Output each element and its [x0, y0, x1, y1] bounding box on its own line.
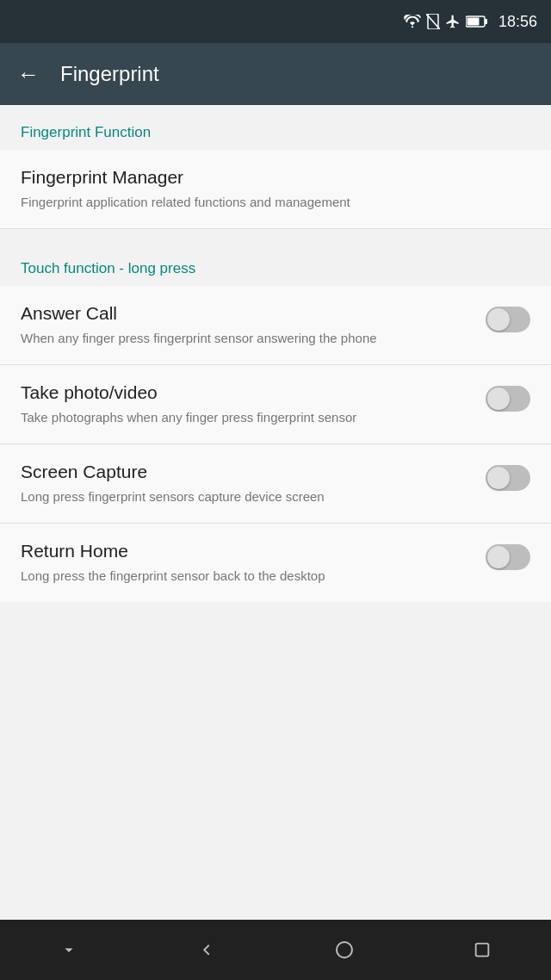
setting-desc-take-photo: Take photographs when any finger press f… [21, 408, 472, 426]
setting-screen-capture: Screen Capture Long press fingerprint se… [0, 444, 551, 524]
setting-text-answer-call: Answer Call When any finger press finger… [21, 303, 486, 347]
svg-point-5 [337, 942, 352, 958]
svg-rect-4 [467, 18, 479, 26]
nav-dropdown-button[interactable] [43, 924, 95, 976]
page-title: Fingerprint [60, 62, 159, 86]
setting-title-answer-call: Answer Call [21, 303, 472, 324]
section-header-touch-function: Touch function - long press [0, 241, 551, 286]
wifi-icon [404, 15, 421, 28]
battery-icon [466, 16, 488, 28]
setting-text-screen-capture: Screen Capture Long press fingerprint se… [21, 462, 486, 506]
setting-desc-screen-capture: Long press fingerprint sensors capture d… [21, 487, 472, 506]
setting-text-return-home: Return Home Long press the fingerprint s… [21, 541, 486, 585]
nav-recent-button[interactable] [456, 924, 508, 976]
setting-title-fingerprint-manager: Fingerprint Manager [21, 167, 517, 188]
toggle-take-photo[interactable] [486, 386, 530, 412]
sim-icon [426, 14, 440, 29]
svg-rect-3 [485, 19, 487, 24]
setting-answer-call: Answer Call When any finger press finger… [0, 286, 551, 365]
setting-text-fingerprint-manager: Fingerprint Manager Fingerprint applicat… [21, 167, 530, 211]
toggle-answer-call[interactable] [486, 307, 530, 332]
bottom-nav [0, 920, 551, 980]
setting-title-screen-capture: Screen Capture [21, 462, 472, 482]
toggle-screen-capture[interactable] [486, 465, 530, 491]
status-icons: 18:56 [404, 13, 537, 31]
setting-desc-return-home: Long press the fingerprint sensor back t… [21, 567, 472, 585]
airplane-icon [445, 14, 461, 29]
status-bar: 18:56 [0, 0, 551, 43]
setting-take-photo: Take photo/video Take photographs when a… [0, 365, 551, 444]
setting-title-return-home: Return Home [21, 541, 472, 561]
status-time: 18:56 [498, 13, 537, 31]
setting-title-take-photo: Take photo/video [21, 382, 472, 403]
svg-rect-6 [476, 944, 489, 957]
setting-return-home: Return Home Long press the fingerprint s… [0, 524, 551, 602]
setting-desc-fingerprint-manager: Fingerprint application related function… [21, 193, 517, 211]
setting-text-take-photo: Take photo/video Take photographs when a… [21, 382, 486, 426]
section-header-fingerprint-function: Fingerprint Function [0, 105, 551, 150]
section-gap-1 [0, 229, 551, 241]
toolbar: ← Fingerprint [0, 43, 551, 105]
content: Fingerprint Function Fingerprint Manager… [0, 105, 551, 920]
setting-fingerprint-manager[interactable]: Fingerprint Manager Fingerprint applicat… [0, 150, 551, 229]
back-button[interactable]: ← [17, 61, 40, 88]
nav-home-button[interactable] [319, 924, 370, 976]
nav-back-button[interactable] [181, 924, 232, 976]
setting-desc-answer-call: When any finger press fingerprint sensor… [21, 329, 472, 347]
toggle-return-home[interactable] [486, 544, 530, 570]
